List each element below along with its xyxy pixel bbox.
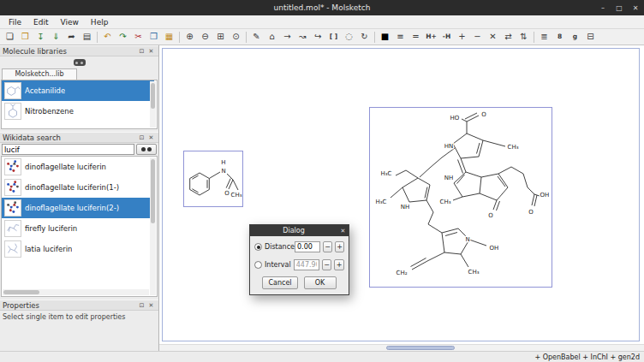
tab-molsketch-lib[interactable]: Molsketch...lib	[2, 68, 77, 80]
ring-template-icon[interactable]: ⌂	[265, 30, 279, 44]
results-list-scrollbar[interactable]	[150, 157, 156, 295]
result-item[interactable]: dinoflagellate luciferin	[2, 157, 154, 177]
print-icon[interactable]: ▤	[80, 30, 94, 44]
distance-input[interactable]	[295, 241, 320, 252]
atom-label: CH₂	[397, 270, 408, 276]
menu-edit[interactable]: Edit	[27, 18, 54, 27]
grid-icon[interactable]: ⊟	[583, 30, 598, 44]
scrollbar-handle[interactable]	[386, 346, 455, 350]
dialog-close-icon[interactable]: ✕	[337, 228, 349, 234]
close-panel-icon[interactable]: ✕	[146, 134, 156, 141]
mechanism-arrow-icon[interactable]: ↝	[295, 30, 310, 44]
curved-arrow-icon[interactable]: ↪	[311, 30, 325, 44]
maximize-button[interactable]: □	[615, 4, 623, 12]
copy-icon[interactable]: ❐	[146, 30, 161, 44]
library-item-nitrobenzene[interactable]: Nitrobenzene	[2, 101, 154, 122]
open-file-icon[interactable]: ❒	[18, 30, 33, 44]
new-file-icon[interactable]: ❏	[3, 30, 17, 44]
molecule-acetanilide[interactable]: H N O CH₃	[183, 151, 243, 207]
hydrogen-remove-icon[interactable]: -H	[439, 30, 454, 44]
interval-input[interactable]	[294, 259, 319, 270]
menu-view[interactable]: View	[55, 18, 85, 27]
dialog-titlebar[interactable]: Dialog ✕	[250, 225, 349, 236]
result-item[interactable]: firefly luciferin	[2, 218, 154, 239]
save-as-icon[interactable]: ⇓	[49, 30, 63, 44]
distance-radio[interactable]	[254, 243, 262, 251]
menu-file[interactable]: File	[3, 18, 27, 27]
atom-label: O	[488, 212, 493, 219]
thumbnail-drawing	[5, 221, 21, 236]
drawing-canvas[interactable]: H N O CH₃	[159, 45, 644, 351]
float-panel-icon[interactable]: ⊡	[137, 302, 146, 309]
zoom-out-icon[interactable]: ⊖	[198, 30, 212, 44]
close-button[interactable]: ✕	[631, 4, 640, 12]
atom-label: O	[481, 111, 486, 118]
interval-increment-button[interactable]: +	[334, 259, 344, 270]
scrollbar-handle[interactable]	[151, 83, 155, 109]
left-dock: Molecule libraries ⊡ ✕ Molsketch...lib A…	[0, 45, 159, 351]
result-item[interactable]: dinoflagellate luciferin(1-)	[2, 177, 154, 198]
export-icon[interactable]: ➦	[64, 30, 79, 44]
wikidata-search-button[interactable]	[136, 144, 157, 155]
library-item-acetanilide[interactable]: Acetanilide	[2, 80, 154, 101]
close-panel-icon[interactable]: ✕	[146, 302, 156, 309]
flip-horizontal-icon[interactable]: ⇄	[501, 30, 516, 44]
distance-increment-button[interactable]: +	[335, 241, 344, 252]
cancel-button[interactable]: Cancel	[262, 276, 297, 289]
distance-decrement-button[interactable]: −	[323, 241, 332, 252]
paste-icon[interactable]: ▦	[162, 30, 176, 44]
menu-help[interactable]: Help	[85, 18, 115, 27]
charge-minus-icon[interactable]: −	[470, 30, 485, 44]
library-toolbar	[0, 56, 158, 68]
zoom-fit-icon[interactable]: ⊞	[213, 30, 228, 44]
result-item[interactable]: latia luciferin	[2, 239, 154, 259]
float-panel-icon[interactable]: ⊡	[137, 48, 146, 55]
zoom-original-icon[interactable]: ⊙	[229, 30, 243, 44]
cut-icon[interactable]: ✂	[131, 30, 146, 44]
results-horizontal-scrollbar[interactable]	[3, 289, 149, 295]
rotate-icon[interactable]: ↻	[357, 30, 372, 44]
reaction-arrow-icon[interactable]: →	[280, 30, 295, 44]
double-bond-icon[interactable]: =	[408, 30, 423, 44]
delete-icon[interactable]: ✕	[486, 30, 500, 44]
number-tool-icon[interactable]: 8	[552, 30, 567, 44]
charge-plus-icon[interactable]: +	[455, 30, 469, 44]
save-icon[interactable]: ↧	[33, 30, 48, 44]
hydrogen-add-icon[interactable]: H+	[424, 30, 438, 44]
flip-vertical-icon[interactable]: ⇅	[516, 30, 531, 44]
molecule-luciferin[interactable]: HO O CH₃ HN NH H₃C H₃C NH CH₃ O OH O N O…	[369, 107, 552, 288]
wikidata-search-input[interactable]	[2, 144, 134, 155]
gen2d-icon[interactable]: g	[568, 30, 582, 44]
scrollbar-handle[interactable]	[151, 159, 155, 223]
toolbar-separator	[179, 32, 180, 43]
library-item-label: Nitrobenzene	[25, 107, 74, 116]
ok-button[interactable]: OK	[304, 276, 337, 289]
redo-icon[interactable]: ↷	[116, 30, 130, 44]
interval-decrement-button[interactable]: −	[322, 259, 332, 270]
close-panel-icon[interactable]: ✕	[146, 48, 156, 55]
scrollbar-handle[interactable]	[3, 290, 39, 294]
atom-label: OH	[540, 192, 550, 199]
properties-header[interactable]: Properties ⊡ ✕	[0, 300, 158, 311]
wikidata-search-header[interactable]: Wikidata search ⊡ ✕	[0, 132, 158, 143]
molecule-libraries-header[interactable]: Molecule libraries ⊡ ✕	[0, 45, 158, 56]
minimize-button[interactable]: –	[599, 4, 607, 12]
library-settings-icon[interactable]	[74, 59, 86, 66]
acetanilide-structure-drawing: H N O CH₃	[184, 151, 242, 206]
float-panel-icon[interactable]: ⊡	[137, 134, 146, 141]
draw-tool-icon[interactable]: ✎	[249, 30, 264, 44]
undo-icon[interactable]: ↶	[100, 30, 115, 44]
zoom-in-icon[interactable]: ⊕	[182, 30, 197, 44]
bracket-tool-icon[interactable]: [ ]	[326, 30, 341, 44]
bond-order-icon[interactable]: ≡	[393, 30, 408, 44]
canvas-horizontal-scrollbar[interactable]	[159, 344, 644, 351]
properties-hint: Select single item to edit properties	[0, 311, 158, 351]
titlebar[interactable]: untitled.mol* - Molsketch – □ ✕	[0, 0, 644, 15]
lasso-icon[interactable]: ◌	[342, 30, 356, 44]
result-item-selected[interactable]: dinoflagellate luciferin(2-)	[2, 198, 154, 218]
properties-title: Properties	[3, 301, 137, 310]
interval-radio[interactable]	[254, 261, 262, 269]
align-icon[interactable]: ≣	[537, 30, 552, 44]
library-list-scrollbar[interactable]	[150, 81, 156, 128]
color-swatch-icon[interactable]: ■	[378, 30, 392, 44]
